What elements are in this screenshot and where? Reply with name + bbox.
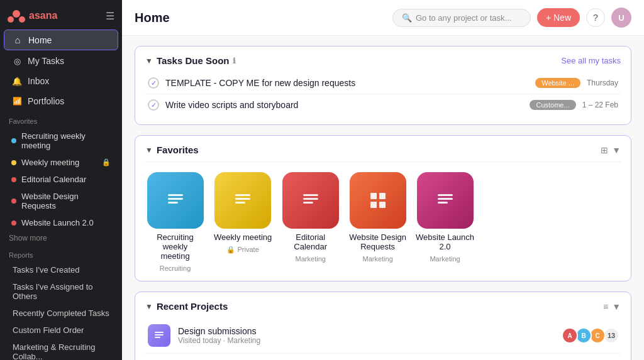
- sidebar-item-home-label: Home: [28, 35, 52, 45]
- fav-card-editorial[interactable]: Editorial Calendar Marketing: [280, 172, 340, 272]
- svg-rect-20: [155, 334, 164, 335]
- svg-rect-6: [235, 194, 250, 196]
- sidebar-item-portfolios[interactable]: 📶 Portfolios: [4, 92, 118, 111]
- chevron-recent-down-icon[interactable]: ▼: [612, 302, 621, 312]
- sidebar-fav-website-launch[interactable]: Website Launch 2.0: [4, 215, 118, 231]
- sidebar-fav-editorial[interactable]: Editorial Calendar: [4, 172, 118, 187]
- sidebar-report-custom-field[interactable]: Custom Field Order: [4, 322, 118, 338]
- chevron-favorites-icon: ▼: [145, 146, 153, 155]
- fav-card-sub-recruiting: Recruiting: [160, 265, 191, 272]
- sidebar-fav-recruiting[interactable]: Recruiting weekly meeting: [4, 128, 118, 153]
- fav-card-website-design[interactable]: Website DesignRequests Marketing: [349, 172, 406, 272]
- tasks-due-soon-header: ▼ Tasks Due Soon ℹ See all my tasks: [145, 55, 621, 66]
- menu-toggle-icon[interactable]: ☰: [106, 10, 114, 22]
- my-tasks-icon: ◎: [11, 57, 23, 66]
- svg-rect-11: [303, 202, 313, 204]
- svg-rect-3: [168, 194, 183, 196]
- inbox-icon: 🔔: [11, 77, 23, 86]
- show-more-link[interactable]: Show more: [0, 231, 122, 245]
- recent-projects-controls: ≡ ▼: [603, 302, 621, 312]
- recent-projects-header: ▼ Recent Projects ≡ ▼: [145, 301, 621, 312]
- see-all-tasks-link[interactable]: See all my tasks: [561, 56, 621, 65]
- fav-card-name-weekly: Weekly meeting: [214, 232, 272, 242]
- tasks-due-soon-card: ▼ Tasks Due Soon ℹ See all my tasks ✓ TE…: [135, 46, 631, 125]
- task-row-1: ✓ TEMPLATE - COPY ME for new design requ…: [145, 72, 621, 94]
- sidebar-item-home[interactable]: ⌂ Home: [4, 30, 118, 50]
- svg-rect-5: [168, 202, 178, 204]
- svg-rect-13: [379, 193, 386, 199]
- svg-rect-8: [235, 202, 245, 204]
- svg-rect-19: [155, 332, 164, 333]
- search-bar[interactable]: 🔍 Go to any project or task...: [392, 9, 531, 27]
- project-row-design[interactable]: Design submissions Visited today · Marke…: [145, 318, 621, 354]
- fav-label-weekly: Weekly meeting: [21, 158, 97, 167]
- fav-card-website-launch[interactable]: Website Launch 2.0 Marketing: [415, 172, 475, 272]
- fav-card-sub-website-launch: Marketing: [430, 255, 460, 263]
- sidebar-fav-website-design[interactable]: Website Design Requests: [4, 188, 118, 214]
- fav-card-recruiting[interactable]: Recruiting weeklymeeting Recruiting: [145, 172, 205, 272]
- fav-card-name-recruiting: Recruiting weeklymeeting: [145, 232, 205, 261]
- fav-dot-recruiting: [11, 138, 16, 143]
- sidebar-report-recently-completed[interactable]: Recently Completed Tasks: [4, 305, 118, 321]
- topbar: Home 🔍 Go to any project or task... + Ne…: [122, 0, 644, 36]
- chevron-fav-down-icon[interactable]: ▼: [612, 145, 621, 155]
- task-date-1: Thursday: [587, 79, 618, 87]
- help-button[interactable]: ?: [586, 8, 605, 27]
- portfolios-icon: 📶: [11, 97, 23, 106]
- new-button[interactable]: + New: [537, 8, 580, 27]
- fav-label-editorial: Editorial Calendar: [21, 175, 111, 184]
- asana-logo-text: asana: [29, 10, 57, 21]
- grid-icon[interactable]: ⊞: [601, 145, 608, 155]
- task-date-2: 1 – 22 Feb: [582, 101, 618, 109]
- task-tag-2: Custome...: [530, 100, 575, 110]
- search-placeholder: Go to any project or task...: [416, 13, 511, 23]
- svg-rect-9: [303, 194, 318, 196]
- sidebar-report-tasks-created[interactable]: Tasks I've Created: [4, 262, 118, 278]
- sidebar-report-tasks-assigned[interactable]: Tasks I've Assigned to Others: [4, 279, 118, 304]
- project-row-recruiting[interactable]: Recruiting weekly meeting Visited today …: [145, 354, 621, 360]
- svg-point-0: [13, 10, 20, 18]
- fav-card-weekly[interactable]: Weekly meeting 🔒 Private: [214, 172, 272, 272]
- favorites-grid: Recruiting weeklymeeting Recruiting Week…: [145, 168, 621, 272]
- sidebar-item-portfolios-label: Portfolios: [28, 96, 64, 106]
- favorites-title-row: ▼ Favorites: [145, 145, 199, 155]
- favorites-title: Favorites: [157, 145, 199, 155]
- project-icon-design: [148, 324, 170, 347]
- fav-label-recruiting: Recruiting weekly meeting: [21, 131, 111, 150]
- recent-projects-title-row: ▼ Recent Projects: [145, 301, 228, 312]
- project-sub-design: Visited today · Marketing: [178, 336, 554, 345]
- sidebar-item-inbox[interactable]: 🔔 Inbox: [4, 72, 118, 90]
- svg-rect-18: [438, 202, 448, 204]
- svg-rect-4: [168, 198, 183, 200]
- sidebar-item-my-tasks[interactable]: ◎ My Tasks: [4, 52, 118, 70]
- user-avatar[interactable]: U: [611, 8, 631, 28]
- sidebar-report-marketing-collab[interactable]: Marketing & Recruiting Collab...: [4, 339, 118, 360]
- sidebar-item-my-tasks-label: My Tasks: [28, 56, 64, 66]
- favorites-section-title: Favorites: [0, 111, 122, 128]
- svg-rect-17: [438, 198, 453, 200]
- svg-rect-14: [370, 202, 377, 208]
- task-check-1[interactable]: ✓: [148, 77, 159, 89]
- topbar-right: 🔍 Go to any project or task... + New ? U: [392, 8, 631, 28]
- fav-card-name-editorial: Editorial Calendar: [280, 232, 340, 251]
- fav-card-sub-editorial: Marketing: [296, 255, 326, 263]
- sidebar-logo: asana ☰: [0, 0, 122, 29]
- fav-label-website-design: Website Design Requests: [21, 192, 111, 210]
- recent-projects-title: Recent Projects: [157, 301, 228, 312]
- task-check-2[interactable]: ✓: [148, 99, 159, 111]
- tasks-due-soon-title-row: ▼ Tasks Due Soon ℹ: [145, 55, 236, 66]
- fav-icon-recruiting: [147, 172, 204, 229]
- tasks-due-soon-info-icon: ℹ: [233, 57, 236, 65]
- fav-dot-editorial: [11, 177, 16, 182]
- sidebar-fav-weekly[interactable]: Weekly meeting 🔒: [4, 155, 118, 170]
- favorites-header: ▼ Favorites ⊞ ▼: [145, 145, 621, 155]
- list-view-icon[interactable]: ≡: [603, 302, 608, 312]
- fav-card-name-website-launch: Website Launch 2.0: [415, 232, 475, 251]
- main-content: Home 🔍 Go to any project or task... + Ne…: [122, 0, 644, 360]
- fav-dot-weekly: [11, 160, 16, 165]
- task-name-1: TEMPLATE - COPY ME for new design reques…: [165, 78, 529, 88]
- task-name-2: Write video scripts and storyboard: [165, 100, 523, 110]
- svg-rect-15: [379, 202, 386, 208]
- sidebar: asana ☰ ⌂ Home ◎ My Tasks 🔔 Inbox 📶 Port…: [0, 0, 122, 360]
- fav-label-website-launch: Website Launch 2.0: [21, 218, 111, 227]
